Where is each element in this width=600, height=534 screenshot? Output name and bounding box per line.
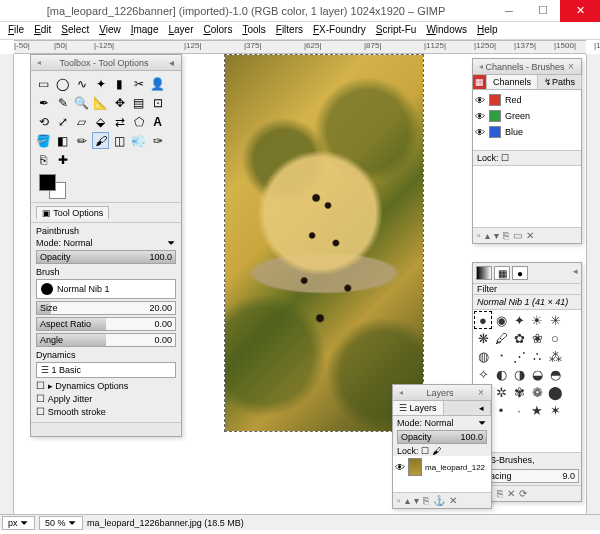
gradient-tab-icon[interactable] [476, 266, 492, 280]
raise-layer-icon[interactable]: ▴ [405, 495, 410, 506]
tool-rect-select[interactable]: ▭ [35, 75, 52, 92]
tool-heal[interactable]: ✚ [54, 151, 71, 168]
new-layer-icon[interactable]: ▫ [397, 495, 401, 506]
brush-cell[interactable]: ✲ [492, 383, 510, 401]
refresh-brushes-icon[interactable]: ⟳ [519, 488, 527, 499]
brush-cell[interactable]: ∴ [528, 347, 546, 365]
unit-selector[interactable]: px ⏷ [2, 516, 35, 530]
duplicate-brush-icon[interactable]: ⎘ [497, 488, 503, 499]
tool-airbrush[interactable]: 💨 [130, 132, 147, 149]
brush-selector[interactable]: Normal Nib 1 [36, 279, 176, 299]
brush-cell[interactable]: ✾ [510, 383, 528, 401]
tool-zoom[interactable]: 🔍 [73, 94, 90, 111]
duplicate-channel-icon[interactable]: ⎘ [503, 230, 509, 241]
tool-bucket[interactable]: 🪣 [35, 132, 52, 149]
tool-scale[interactable]: ⤢ [54, 113, 71, 130]
tool-clone[interactable]: ⎘ [35, 151, 52, 168]
layer-mode-dropdown[interactable]: ⏷ [478, 418, 487, 428]
menu-layer[interactable]: Layer [164, 23, 197, 38]
menu-image[interactable]: Image [127, 23, 163, 38]
duplicate-layer-icon[interactable]: ⎘ [423, 495, 429, 506]
brush-cell[interactable]: ◉ [492, 311, 510, 329]
panel-close-icon[interactable]: × [565, 61, 577, 72]
brush-cell[interactable]: ☀ [528, 311, 546, 329]
brush-cell[interactable]: ✦ [510, 311, 528, 329]
close-button[interactable]: ✕ [560, 0, 600, 22]
anchor-layer-icon[interactable]: ⚓ [433, 495, 445, 506]
menu-view[interactable]: View [95, 23, 125, 38]
brush-cell[interactable]: ∙ [510, 401, 528, 419]
delete-brush-icon[interactable]: ✕ [507, 488, 515, 499]
menu-edit[interactable]: Edit [30, 23, 55, 38]
zoom-selector[interactable]: 50 % ⏷ [39, 516, 83, 530]
tool-free-select[interactable]: ∿ [73, 75, 90, 92]
pattern-tab-icon[interactable]: ▦ [494, 266, 510, 280]
tool-ink[interactable]: ✑ [149, 132, 166, 149]
tool-move[interactable]: ✥ [111, 94, 128, 111]
layer-opacity-slider[interactable]: Opacity100.0 [397, 430, 487, 444]
lower-layer-icon[interactable]: ▾ [414, 495, 419, 506]
brush-cell[interactable]: ⋰ [510, 347, 528, 365]
layers-menu-icon[interactable]: ◂ [473, 401, 491, 415]
tool-align[interactable]: ▤ [130, 94, 147, 111]
menu-tools[interactable]: Tools [238, 23, 269, 38]
mode-dropdown[interactable]: ⏷ [167, 238, 176, 248]
tool-rotate[interactable]: ⟲ [35, 113, 52, 130]
brush-cell[interactable]: ◍ [474, 347, 492, 365]
brush-cell[interactable]: ❁ [528, 383, 546, 401]
delete-layer-icon[interactable]: ✕ [449, 495, 457, 506]
brush-cell[interactable]: ● [474, 311, 492, 329]
tool-options-tab[interactable]: ▣ Tool Options [36, 206, 109, 219]
visibility-icon[interactable]: 👁 [475, 95, 485, 106]
collapse-icon[interactable]: ◂ [397, 388, 405, 397]
brush-cell[interactable]: ✳ [546, 311, 564, 329]
brush-cell[interactable]: ✿ [510, 329, 528, 347]
maximize-button[interactable]: ☐ [526, 0, 560, 22]
channels-tab[interactable]: Channels [487, 75, 538, 89]
menu-filters[interactable]: Filters [272, 23, 307, 38]
size-slider[interactable]: Size20.00 [36, 301, 176, 315]
minimize-button[interactable]: ─ [492, 0, 526, 22]
visibility-icon[interactable]: 👁 [475, 127, 485, 138]
tool-cage[interactable]: ⬠ [130, 113, 147, 130]
tool-perspective[interactable]: ⬙ [92, 113, 109, 130]
menu-windows[interactable]: Windows [422, 23, 471, 38]
tool-pencil[interactable]: ✏ [73, 132, 90, 149]
brush-cell[interactable]: ◒ [528, 365, 546, 383]
tool-shear[interactable]: ▱ [73, 113, 90, 130]
visibility-icon[interactable]: 👁 [475, 111, 485, 122]
image-canvas[interactable] [224, 54, 424, 432]
channel-row[interactable]: 👁Blue [475, 124, 579, 140]
brush-tab-icon[interactable]: ● [512, 266, 528, 280]
channel-row[interactable]: 👁Green [475, 108, 579, 124]
menu-help[interactable]: Help [473, 23, 502, 38]
tool-measure[interactable]: 📐 [92, 94, 109, 111]
brush-cell[interactable]: ⁂ [546, 347, 564, 365]
menu-file[interactable]: File [4, 23, 28, 38]
brush-cell[interactable]: • [492, 401, 510, 419]
layer-row[interactable]: 👁ma_leopard_122 [395, 458, 489, 476]
tool-blend[interactable]: ◧ [54, 132, 71, 149]
to-selection-icon[interactable]: ▭ [513, 230, 522, 241]
aspect-slider[interactable]: Aspect Ratio0.00 [36, 317, 176, 331]
brush-cell[interactable]: ○ [546, 329, 564, 347]
brush-cell[interactable]: 🖊 [492, 329, 510, 347]
tool-flip[interactable]: ⇄ [111, 113, 128, 130]
apply-jitter-checkbox[interactable]: Apply Jitter [36, 393, 176, 404]
tool-ellipse-select[interactable]: ◯ [54, 75, 71, 92]
tool-foreground[interactable]: 👤 [149, 75, 166, 92]
brush-cell[interactable]: ◐ [492, 365, 510, 383]
brushes-menu-icon[interactable]: ◂ [573, 266, 578, 280]
tool-text[interactable]: A [149, 113, 166, 130]
brush-cell[interactable]: ⬤ [546, 383, 564, 401]
panel-menu-icon[interactable]: ◂ [165, 57, 177, 68]
brush-cell[interactable]: ❋ [474, 329, 492, 347]
tool-crop[interactable]: ⊡ [149, 94, 166, 111]
raise-channel-icon[interactable]: ▴ [485, 230, 490, 241]
color-swatches[interactable] [31, 172, 181, 202]
tool-paintbrush[interactable]: 🖌 [92, 132, 109, 149]
tool-scissors[interactable]: ✂ [130, 75, 147, 92]
menu-colors[interactable]: Colors [199, 23, 236, 38]
menu-select[interactable]: Select [57, 23, 93, 38]
brush-cell[interactable]: ・ [492, 347, 510, 365]
